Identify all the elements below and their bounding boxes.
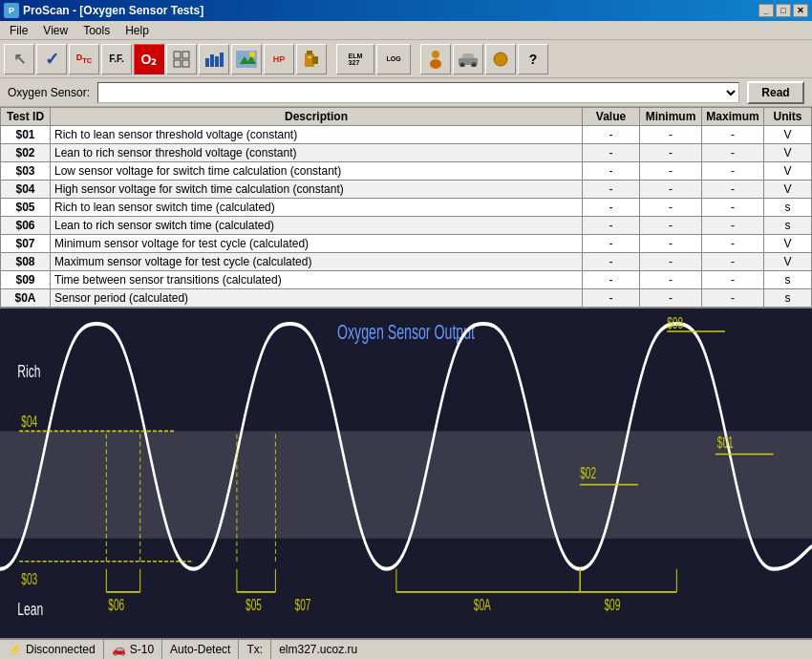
cell-value: -	[583, 162, 640, 181]
cell-desc: Sensor period (calculated)	[51, 289, 583, 308]
menu-bar: File View Tools Help	[0, 21, 812, 40]
col-header-testid: Test ID	[1, 108, 51, 126]
title-bar: P ProScan - [Oxygen Sensor Tests] _ □ ✕	[0, 0, 812, 21]
cell-min: -	[640, 126, 702, 144]
arrow-button[interactable]: ↖	[4, 44, 34, 74]
maximize-button[interactable]: □	[776, 4, 791, 17]
svg-text:Lean: Lean	[17, 598, 43, 619]
svg-text:$05: $05	[246, 597, 262, 614]
person-button[interactable]	[420, 44, 451, 74]
car-button[interactable]	[453, 44, 483, 74]
connection-status-text: Disconnected	[26, 643, 96, 656]
cell-value: -	[583, 144, 640, 162]
svg-rect-4	[205, 58, 209, 67]
col-header-value: Value	[583, 108, 640, 126]
read-button[interactable]: Read	[747, 81, 804, 104]
tx-text: Tx:	[246, 643, 263, 656]
cell-units: V	[764, 253, 812, 271]
menu-help[interactable]: Help	[118, 23, 157, 38]
cell-testid: $06	[1, 217, 51, 235]
sensor-table: Test ID Description Value Minimum Maximu…	[0, 107, 812, 308]
svg-rect-5	[210, 54, 214, 67]
status-bar: ⚡ Disconnected 🚗 S-10 Auto-Detect Tx: el…	[0, 638, 812, 659]
grid-button[interactable]	[166, 44, 197, 74]
vehicle-segment: 🚗 S-10	[104, 640, 162, 659]
car-status-icon: 🚗	[112, 643, 126, 656]
table-row: $01 Rich to lean sensor threshold voltag…	[1, 126, 812, 144]
svg-rect-14	[307, 51, 312, 54]
cell-value: -	[583, 253, 640, 271]
sensor-dropdown[interactable]	[97, 82, 739, 103]
window-controls[interactable]: _ □ ✕	[759, 4, 808, 17]
check-button[interactable]: ✓	[36, 44, 67, 74]
cell-testid: $04	[1, 181, 51, 199]
svg-text:Rich: Rich	[17, 360, 40, 381]
svg-text:Oxygen Sensor Output: Oxygen Sensor Output	[337, 320, 476, 344]
connection-status-segment: ⚡ Disconnected	[0, 640, 104, 659]
sensor-row: Oxygen Sensor: Read	[0, 78, 812, 107]
chart-button[interactable]	[199, 44, 229, 74]
svg-point-23	[497, 55, 504, 63]
svg-text:$04: $04	[21, 413, 37, 430]
cell-min: -	[640, 181, 702, 199]
cell-units: s	[764, 217, 812, 235]
svg-rect-3	[182, 60, 189, 67]
freeze-frame-button[interactable]: F.F.	[101, 44, 132, 74]
cell-units: V	[764, 235, 812, 253]
menu-file[interactable]: File	[2, 23, 35, 38]
cell-min: -	[640, 217, 702, 235]
table-row: $09 Time between sensor transitions (cal…	[1, 271, 812, 289]
cell-units: s	[764, 199, 812, 217]
detect-text: Auto-Detect	[170, 643, 230, 656]
svg-rect-7	[220, 53, 224, 67]
cell-testid: $07	[1, 235, 51, 253]
help-button[interactable]: ?	[518, 44, 548, 74]
server-text: elm327.ucoz.ru	[279, 643, 357, 656]
cell-units: s	[764, 289, 812, 308]
cell-testid: $05	[1, 199, 51, 217]
table-row: $03 Low sensor voltage for switch time c…	[1, 162, 812, 181]
minimize-button[interactable]: _	[759, 4, 774, 17]
cell-value: -	[583, 271, 640, 289]
cell-max: -	[702, 181, 764, 199]
svg-text:$02: $02	[580, 465, 596, 482]
cell-units: s	[764, 271, 812, 289]
svg-point-17	[430, 59, 441, 69]
tx-segment: Tx:	[239, 640, 271, 659]
detect-segment: Auto-Detect	[162, 640, 239, 659]
col-header-max: Maximum	[702, 108, 764, 126]
cell-units: V	[764, 181, 812, 199]
cell-max: -	[702, 162, 764, 181]
cell-desc: Minimum sensor voltage for test cycle (c…	[51, 235, 583, 253]
menu-view[interactable]: View	[35, 23, 75, 38]
cell-min: -	[640, 271, 702, 289]
fuel-button[interactable]	[296, 44, 327, 74]
cell-testid: $02	[1, 144, 51, 162]
toolbar: ↖ ✓ DTC F.F. O₂ HP	[0, 40, 812, 78]
unknown-button[interactable]	[485, 44, 516, 74]
cell-max: -	[702, 126, 764, 144]
close-button[interactable]: ✕	[793, 4, 808, 17]
svg-point-16	[432, 51, 439, 58]
dtc-button[interactable]: DTC	[69, 44, 99, 74]
cell-units: V	[764, 162, 812, 181]
elm-button[interactable]: ELM327	[336, 44, 374, 74]
svg-text:$01: $01	[717, 435, 734, 452]
menu-tools[interactable]: Tools	[75, 23, 118, 38]
log-button[interactable]: LOG	[376, 44, 411, 74]
cell-value: -	[583, 217, 640, 235]
cell-min: -	[640, 199, 702, 217]
server-segment: elm327.ucoz.ru	[271, 640, 812, 659]
svg-rect-25	[0, 431, 812, 538]
landscape-button[interactable]	[231, 44, 262, 74]
o2-button[interactable]: O₂	[134, 44, 164, 74]
hp-button[interactable]: HP	[264, 44, 294, 74]
svg-rect-13	[312, 56, 318, 64]
chart-area: Oxygen Sensor Output Rich Lean $04 $03 $…	[0, 308, 812, 638]
svg-marker-19	[461, 53, 475, 58]
cell-testid: $0A	[1, 289, 51, 308]
table-row: $07 Minimum sensor voltage for test cycl…	[1, 235, 812, 253]
connection-icon: ⚡	[8, 643, 22, 656]
cell-desc: Rich to lean sensor switch time (calcula…	[51, 199, 583, 217]
vehicle-text: S-10	[130, 643, 154, 656]
